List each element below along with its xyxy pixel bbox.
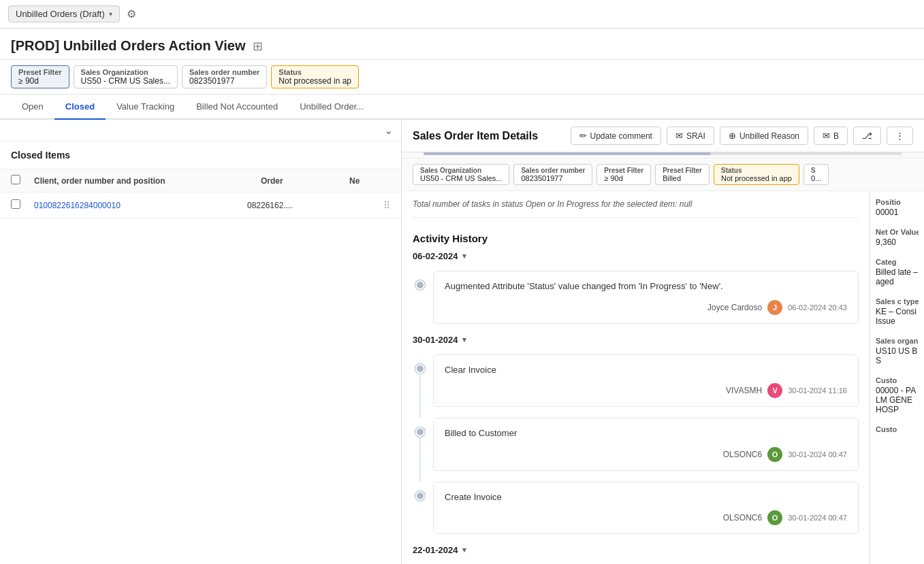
rf-status-chip[interactable]: Status Not processed in app: [714, 164, 799, 185]
side-field-label: Sales organi: [876, 337, 919, 345]
timeline-dot: [415, 427, 425, 437]
activity-text: Clear Invoice: [445, 363, 847, 377]
side-field-label: Custo: [876, 376, 919, 384]
activity-card-clear-invoice: Clear Invoice VIVASMH V 30-01-2024 11:16: [433, 354, 859, 408]
order-number-filter-chip[interactable]: Sales order number 0823501977: [182, 65, 267, 88]
row-select-checkbox[interactable]: [11, 199, 20, 209]
side-field-net-ord-val: Net Or Value 9,360: [876, 228, 919, 247]
page-title-bar: [PROD] Unbilled Orders Action View ⊞: [0, 29, 924, 60]
update-comment-button[interactable]: ✏ Update comment: [571, 127, 661, 145]
date-label-30-01-2024[interactable]: 30-01-2024 ▾: [413, 335, 859, 345]
side-field-sales-organi: Sales organi US10 US BS: [876, 337, 919, 365]
row-order-value: 08226162....: [247, 201, 329, 210]
side-field-custo: Custo 00000 - PALM GENE HOSP: [876, 376, 919, 414]
tab-unbilled-orders[interactable]: Unbilled Order...: [289, 95, 375, 120]
rf-other-chip[interactable]: S 0...: [803, 164, 829, 185]
date-group-22-01-2024: 22-01-2024 ▾ Default Action 'Update unbi…: [413, 545, 859, 564]
table-row[interactable]: 0100822616284000010 08226162.... ⠿: [0, 193, 401, 218]
timeline-line: [419, 374, 421, 418]
srai-label: SRAI: [686, 131, 705, 141]
top-bar: Unbilled Orders (Draft) ▾ ⚙: [0, 0, 924, 29]
side-field-value: KE – Consi Issue: [876, 307, 919, 326]
activity-history-title: Activity History: [413, 223, 859, 251]
user-name: Joyce Cardoso: [707, 303, 762, 312]
main-content: ⌄ Closed Items Client, order number and …: [0, 120, 924, 564]
collapse-bar: ⌄: [0, 120, 401, 142]
row-checkbox-col[interactable]: [11, 199, 27, 211]
tabs-bar: Open Closed Value Tracking Billed Not Ac…: [0, 95, 924, 120]
header-checkbox-col: [11, 175, 27, 186]
tab-closed[interactable]: Closed: [54, 95, 106, 120]
timestamp: 30-01-2024 11:16: [788, 386, 847, 395]
rf-order-num-chip[interactable]: Sales order number 0823501977: [513, 164, 592, 185]
user-avatar: J: [767, 300, 782, 315]
activity-text: Billed to Customer: [445, 427, 847, 440]
left-panel: ⌄ Closed Items Client, order number and …: [0, 120, 402, 564]
date-label-text: 30-01-2024: [413, 335, 458, 345]
timeline-30-01-2024: Clear Invoice VIVASMH V 30-01-2024 11:16: [413, 354, 859, 535]
user-name: OLSONC6: [723, 450, 762, 459]
right-panel: Sales Order Item Details ✏ Update commen…: [402, 120, 924, 564]
activity-history-section: Activity History 06-02-2024 ▾: [413, 223, 859, 564]
share-icon: ⎇: [862, 131, 872, 141]
timeline-item: Augmented Attribute 'Status' value chang…: [433, 271, 859, 324]
activity-footer: OLSONC6 O 30-01-2024 00:47: [445, 447, 847, 462]
timeline-item: Create Invoice OLSONC6 O 30-01-2024 00:4…: [433, 482, 859, 535]
tab-billed-not-accounted[interactable]: Billed Not Accounted: [185, 95, 289, 120]
sales-org-filter-chip[interactable]: Sales Organization US50 - CRM US Sales..…: [74, 65, 178, 88]
settings-button[interactable]: ⚙: [127, 7, 136, 20]
rf-preset1-chip[interactable]: Preset Filter ≥ 90d: [596, 164, 651, 185]
preset-filter-chip[interactable]: Preset Filter ≥ 90d: [11, 65, 69, 88]
more-icon: ⋮: [895, 131, 904, 141]
right-side-column: Positio 00001 Net Or Value 9,360 Categ B…: [870, 191, 924, 564]
side-field-value: 00001: [876, 208, 919, 217]
activity-card-create-invoice: Create Invoice OLSONC6 O 30-01-2024 00:4…: [433, 482, 859, 535]
email-label: B: [833, 131, 839, 141]
chevron-down-icon: ▾: [109, 10, 112, 18]
timeline-dot: [415, 364, 425, 374]
timeline-dot: [415, 280, 425, 290]
date-group-06-02-2024: 06-02-2024 ▾ Augmented Attribute 'Status…: [413, 251, 859, 324]
more-options-button[interactable]: ⋮: [887, 127, 913, 145]
app-dropdown[interactable]: Unbilled Orders (Draft) ▾: [8, 5, 120, 22]
right-panel-header: Sales Order Item Details ✏ Update commen…: [402, 120, 924, 152]
user-name: VIVASMH: [726, 386, 762, 395]
activity-text: Create Invoice: [445, 491, 847, 504]
task-notice: Total number of tasks in status Open or …: [413, 191, 859, 218]
date-label-06-02-2024[interactable]: 06-02-2024 ▾: [413, 251, 859, 261]
timestamp: 30-01-2024 00:47: [788, 514, 847, 522]
user-avatar: V: [767, 383, 782, 398]
user-avatar: O: [767, 447, 782, 462]
date-label-22-01-2024[interactable]: 22-01-2024 ▾: [413, 545, 859, 555]
side-field-sales-c-type: Sales c type KE – Consi Issue: [876, 297, 919, 326]
side-field-label: Net Or Value: [876, 228, 919, 236]
row-client-value[interactable]: 0100822616284000010: [34, 201, 240, 210]
status-filter-chip[interactable]: Status Not processed in ap: [271, 65, 359, 88]
share-button[interactable]: ⎇: [853, 127, 881, 145]
side-field-position: Positio 00001: [876, 198, 919, 217]
date-group-30-01-2024: 30-01-2024 ▾ Clear Invoice VIVASMH: [413, 335, 859, 535]
tab-value-tracking[interactable]: Value Tracking: [106, 95, 185, 120]
activity-footer: OLSONC6 O 30-01-2024 00:47: [445, 510, 847, 525]
tab-open[interactable]: Open: [11, 95, 54, 120]
select-all-checkbox[interactable]: [11, 175, 20, 184]
rf-preset2-chip[interactable]: Preset Filter Billed: [655, 164, 710, 185]
activity-text: Augmented Attribute 'Status' value chang…: [445, 280, 847, 293]
side-field-label: Custo: [876, 425, 919, 433]
rf-sales-org-chip[interactable]: Sales Organization US50 - CRM US Sales..…: [413, 164, 509, 185]
right-actions-bar: ✏ Update comment ✉ SRAI ⊕ Unbilled Reaso…: [571, 127, 913, 145]
side-field-value: 00000 - PALM GENE HOSP: [876, 386, 919, 414]
timeline-item: Clear Invoice VIVASMH V 30-01-2024 11:16: [433, 354, 859, 408]
email-button[interactable]: ✉ B: [814, 127, 848, 145]
filters-row: Preset Filter ≥ 90d Sales Organization U…: [0, 60, 924, 95]
header-order-col: Order: [261, 176, 342, 186]
drag-handle-icon[interactable]: ⠿: [383, 200, 390, 211]
unbilled-reason-button[interactable]: ⊕ Unbilled Reason: [720, 127, 808, 145]
collapse-button[interactable]: ⌄: [384, 124, 393, 137]
app-dropdown-label: Unbilled Orders (Draft): [16, 9, 105, 19]
sales-order-item-details-title: Sales Order Item Details: [413, 130, 538, 142]
timestamp: 30-01-2024 00:47: [788, 450, 847, 459]
header-net-col: Ne: [349, 176, 390, 186]
closed-items-title: Closed Items: [0, 142, 401, 169]
srai-button[interactable]: ✉ SRAI: [667, 127, 714, 145]
